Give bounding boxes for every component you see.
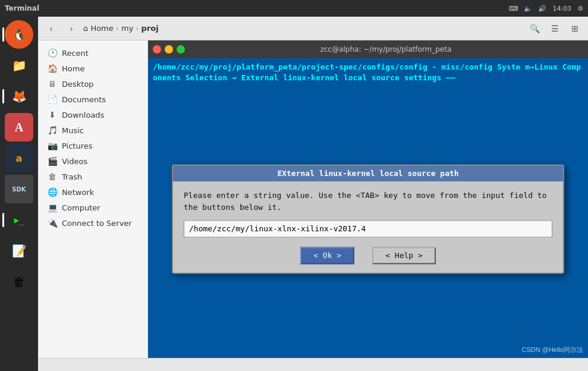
top-bar: Terminal ⌨ 🔈 🔊 14:03 ⚙ <box>0 0 588 17</box>
volume-icon: 🔊 <box>538 5 546 12</box>
sidebar-item-network[interactable]: 🌐 Network <box>38 184 147 200</box>
terminal-maximize-button[interactable] <box>177 45 185 54</box>
sidebar-item-videos[interactable]: 🎬 Videos <box>38 153 147 169</box>
file-manager: ‹ › ⌂ Home › my › proj 🔍 ☰ ⊞ 🕐 Recent <box>38 17 588 371</box>
dialog-ok-button[interactable]: < Ok > <box>300 247 354 264</box>
dock-item-firefox[interactable]: 🦊 <box>5 82 33 111</box>
breadcrumb-my[interactable]: my <box>121 24 133 33</box>
sidebar-item-home[interactable]: 🏠 Home <box>38 61 147 76</box>
search-button[interactable]: 🔍 <box>526 20 543 37</box>
dock-item-trash[interactable]: 🗑 <box>5 268 33 296</box>
back-button[interactable]: ‹ <box>43 20 59 37</box>
sidebar-label-network: Network <box>62 188 94 197</box>
dock-item-amazon[interactable]: a <box>5 144 33 172</box>
sidebar-label-music: Music <box>62 126 84 135</box>
terminal-title: zcc@alpha: ~/my/proj/platform_peta <box>188 45 583 54</box>
terminal-path: /home/zcc/my/proj/platform_peta/project-… <box>153 62 583 83</box>
pictures-icon: 📷 <box>48 141 57 150</box>
dialog-help-button[interactable]: < Help > <box>372 247 436 264</box>
sidebar-label-trash: Trash <box>62 172 82 181</box>
downloads-icon: ⬇ <box>48 110 57 120</box>
sidebar-item-trash[interactable]: 🗑 Trash <box>38 169 147 184</box>
list-view-button[interactable]: ☰ <box>546 20 563 37</box>
dialog-body: Please enter a string value. Use the <TA… <box>173 181 563 272</box>
sidebar-item-computer[interactable]: 💻 Computer <box>38 200 147 215</box>
fm-toolbar-right: 🔍 ☰ ⊞ <box>526 20 583 37</box>
sidebar-label-connect-server: Connect to Server <box>62 219 132 228</box>
top-bar-title: Terminal <box>5 4 504 12</box>
desktop-icon: 🖥 <box>48 79 57 89</box>
dialog-box: EXternal linux-kernel local source path … <box>172 164 564 273</box>
breadcrumb-home[interactable]: ⌂ Home <box>83 24 114 33</box>
terminal-body[interactable]: /home/zcc/my/proj/platform_peta/project-… <box>148 58 588 358</box>
dock-item-files[interactable]: 📁 <box>5 51 33 80</box>
terminal-titlebar: zcc@alpha: ~/my/proj/platform_peta <box>148 40 588 58</box>
videos-icon: 🎬 <box>48 156 57 166</box>
sidebar-label-pictures: Pictures <box>62 142 92 150</box>
sidebar-label-recent: Recent <box>62 49 89 58</box>
fm-toolbar: ‹ › ⌂ Home › my › proj 🔍 ☰ ⊞ <box>38 17 588 40</box>
sidebar-item-connect-server[interactable]: 🔌 Connect to Server <box>38 215 147 231</box>
settings-icon[interactable]: ⚙ <box>577 5 583 12</box>
terminal-close-button[interactable] <box>153 45 161 54</box>
watermark: CSDN @Hello阿尔法 <box>522 345 583 354</box>
terminal-minimize-button[interactable] <box>165 45 173 54</box>
fm-files-area: platform_peta platform.hdf <box>148 40 588 358</box>
dock-item-terminal[interactable]: ▶_ <box>5 206 33 234</box>
breadcrumb: ⌂ Home › my › proj <box>83 24 523 33</box>
audio-icon: 🔈 <box>524 5 532 12</box>
status-text <box>43 361 45 369</box>
dialog-description: Please enter a string value. Use the <TA… <box>184 190 552 213</box>
dock: 🐧 📁 🦊 A a SDK ▶_ 📝 🗑 <box>0 17 38 371</box>
breadcrumb-proj[interactable]: proj <box>142 24 159 33</box>
dialog-buttons: < Ok > < Help > <box>184 247 552 264</box>
sidebar-item-music[interactable]: 🎵 Music <box>38 122 147 138</box>
documents-icon: 📄 <box>48 95 57 104</box>
sidebar-item-downloads[interactable]: ⬇ Downloads <box>38 107 147 122</box>
music-icon: 🎵 <box>48 125 57 135</box>
time-display: 14:03 <box>552 5 571 12</box>
main-area: 🐧 📁 🦊 A a SDK ▶_ 📝 🗑 ‹ › ⌂ Home › my › p… <box>0 17 588 371</box>
top-bar-icons: ⌨ 🔈 🔊 14:03 ⚙ <box>509 5 583 12</box>
sidebar-label-home: Home <box>62 64 84 73</box>
home-icon: 🏠 <box>48 64 57 73</box>
sidebar-item-pictures[interactable]: 📷 Pictures <box>38 138 147 153</box>
dock-item-fonts[interactable]: A <box>5 113 33 142</box>
sidebar-item-documents[interactable]: 📄 Documents <box>38 92 147 107</box>
trash-icon: 🗑 <box>48 172 57 181</box>
forward-button[interactable]: › <box>63 20 80 37</box>
dock-item-sdk[interactable]: SDK <box>5 175 33 203</box>
dialog-title: EXternal linux-kernel local source path <box>173 165 563 181</box>
keyboard-icon: ⌨ <box>509 5 518 12</box>
server-icon: 🔌 <box>48 218 57 228</box>
computer-icon: 💻 <box>48 203 57 212</box>
dock-item-ubuntu[interactable]: 🐧 <box>5 20 33 49</box>
sidebar-item-recent[interactable]: 🕐 Recent <box>38 45 147 61</box>
fm-content-area: 🕐 Recent 🏠 Home 🖥 Desktop 📄 Documents ⬇ <box>38 40 588 358</box>
sidebar-item-desktop[interactable]: 🖥 Desktop <box>38 76 147 92</box>
sidebar-label-videos: Videos <box>62 157 87 166</box>
fm-statusbar <box>38 358 588 371</box>
grid-view-button[interactable]: ⊞ <box>567 20 583 37</box>
sidebar-label-desktop: Desktop <box>62 80 94 89</box>
dialog-input-field[interactable] <box>184 220 552 237</box>
network-icon: 🌐 <box>48 187 57 197</box>
fm-sidebar: 🕐 Recent 🏠 Home 🖥 Desktop 📄 Documents ⬇ <box>38 40 148 358</box>
sidebar-label-computer: Computer <box>62 203 100 212</box>
sidebar-label-downloads: Downloads <box>62 111 104 120</box>
terminal-window: zcc@alpha: ~/my/proj/platform_peta /home… <box>148 40 588 358</box>
sidebar-label-documents: Documents <box>62 95 106 104</box>
dock-item-editor[interactable]: 📝 <box>5 237 33 265</box>
recent-icon: 🕐 <box>48 48 57 58</box>
